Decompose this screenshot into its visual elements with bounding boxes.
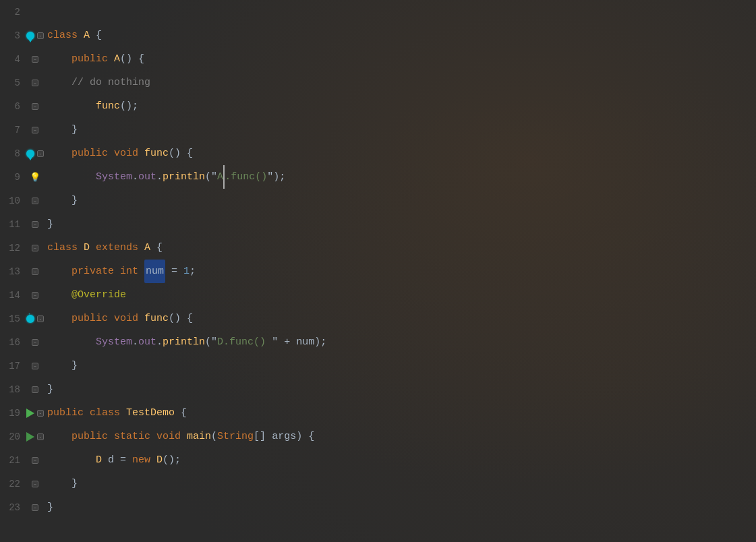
- code-token: ();: [163, 448, 181, 472]
- line-number: 2: [0, 7, 26, 18]
- code-content: class A {: [45, 24, 756, 47]
- code-token: }: [47, 472, 78, 495]
- line-number: 18: [0, 384, 26, 395]
- code-content: public void func() {: [45, 142, 756, 165]
- fold-bracket[interactable]: –: [32, 457, 38, 464]
- gutter: –: [26, 245, 45, 251]
- code-content: }: [45, 189, 756, 212]
- code-token: func: [144, 307, 169, 330]
- code-editor: 23-class A {4– public A() {5– // do noth…: [0, 0, 756, 542]
- code-token: .func(): [225, 165, 267, 189]
- fold-bracket[interactable]: –: [32, 268, 38, 275]
- line-number: 15: [0, 313, 26, 324]
- line-number: 5: [0, 78, 26, 88]
- code-line: 21– D d = new D();: [0, 448, 756, 472]
- line-number: 20: [0, 431, 26, 442]
- code-token: }: [47, 495, 53, 519]
- fold-bracket[interactable]: -: [37, 150, 44, 157]
- line-number: 10: [0, 195, 26, 206]
- code-token: class: [47, 24, 84, 47]
- fold-bracket[interactable]: –: [32, 292, 38, 299]
- code-token: int: [120, 260, 144, 283]
- fold-end-bracket[interactable]: –: [32, 221, 38, 228]
- code-line: 5– // do nothing: [0, 71, 756, 94]
- code-content: class D extends A {: [45, 236, 756, 260]
- code-token: (": [205, 165, 217, 189]
- gutter: ↑-: [26, 315, 45, 323]
- code-line: 16– System.out.println("D.func() " + num…: [0, 330, 756, 354]
- code-token: }: [47, 354, 78, 378]
- gutter: –: [26, 268, 45, 275]
- code-token: main: [187, 425, 211, 448]
- fold-end-bracket[interactable]: –: [32, 504, 38, 511]
- fold-bracket[interactable]: -: [37, 410, 44, 417]
- code-token: public: [71, 142, 114, 165]
- code-token: num: [144, 260, 165, 283]
- gutter: –: [26, 198, 45, 204]
- code-line: 10– }: [0, 189, 756, 212]
- code-token: void: [114, 307, 144, 330]
- fold-bracket[interactable]: –: [32, 245, 38, 251]
- code-token: D: [96, 448, 102, 472]
- fold-bracket[interactable]: –: [32, 363, 38, 369]
- fold-bracket[interactable]: –: [32, 80, 38, 86]
- code-token: public: [71, 307, 114, 330]
- code-content: // do nothing: [45, 71, 756, 94]
- line-number: 14: [0, 290, 26, 301]
- fold-bracket[interactable]: -: [37, 315, 44, 322]
- lightbulb-icon[interactable]: 💡: [30, 172, 40, 183]
- code-content: System.out.println("A​.func()");: [45, 165, 756, 189]
- code-token: A: [114, 47, 120, 71]
- fold-bracket[interactable]: –: [32, 339, 38, 346]
- fold-end-bracket[interactable]: –: [32, 386, 38, 393]
- code-line: 4– public A() {: [0, 47, 756, 71]
- code-token: .: [156, 330, 163, 354]
- line-number: 22: [0, 479, 26, 489]
- run-button-icon[interactable]: [26, 409, 34, 418]
- code-token: () {: [169, 307, 193, 330]
- code-token: num: [296, 330, 314, 354]
- gutter: -: [26, 150, 45, 158]
- gutter: –: [26, 339, 45, 346]
- line-number: 4: [0, 54, 26, 65]
- code-token: }: [47, 212, 53, 236]
- code-content: }: [45, 212, 756, 236]
- debug-breakpoint-up-icon[interactable]: ↑: [26, 315, 34, 323]
- code-token: [47, 47, 71, 71]
- code-content: @Override: [45, 283, 756, 307]
- gutter: –: [26, 504, 45, 511]
- code-line: 6– func();: [0, 94, 756, 118]
- code-line: 22– }: [0, 472, 756, 495]
- fold-bracket[interactable]: -: [37, 433, 44, 440]
- line-number: 17: [0, 361, 26, 371]
- code-line: 11–}: [0, 212, 756, 236]
- code-token: void: [114, 142, 144, 165]
- fold-bracket[interactable]: –: [32, 198, 38, 204]
- fold-bracket[interactable]: –: [32, 56, 38, 63]
- fold-bracket[interactable]: –: [32, 103, 38, 110]
- code-token: args: [272, 425, 296, 448]
- code-token: println: [163, 330, 205, 354]
- code-token: ;: [190, 260, 196, 283]
- code-token: [47, 283, 71, 307]
- fold-bracket[interactable]: -: [37, 32, 44, 39]
- debug-breakpoint-icon[interactable]: [26, 150, 34, 158]
- gutter: –: [26, 481, 45, 487]
- code-token: =: [165, 260, 183, 283]
- code-token: [47, 448, 96, 472]
- run-sub-button-icon[interactable]: [26, 432, 34, 442]
- line-number: 16: [0, 337, 26, 348]
- fold-bracket[interactable]: –: [32, 127, 38, 133]
- line-number: 12: [0, 243, 26, 253]
- code-token: func: [144, 142, 169, 165]
- debug-breakpoint-icon[interactable]: [26, 32, 34, 40]
- code-token: @Override: [71, 283, 126, 307]
- code-token: [47, 94, 96, 118]
- fold-bracket[interactable]: –: [32, 481, 38, 487]
- gutter: –: [26, 221, 45, 228]
- code-token: (": [205, 330, 217, 354]
- code-token: ");: [267, 165, 285, 189]
- code-token: void: [156, 425, 187, 448]
- code-line: 9💡 System.out.println("A​.func()");: [0, 165, 756, 189]
- line-number: 3: [0, 30, 26, 41]
